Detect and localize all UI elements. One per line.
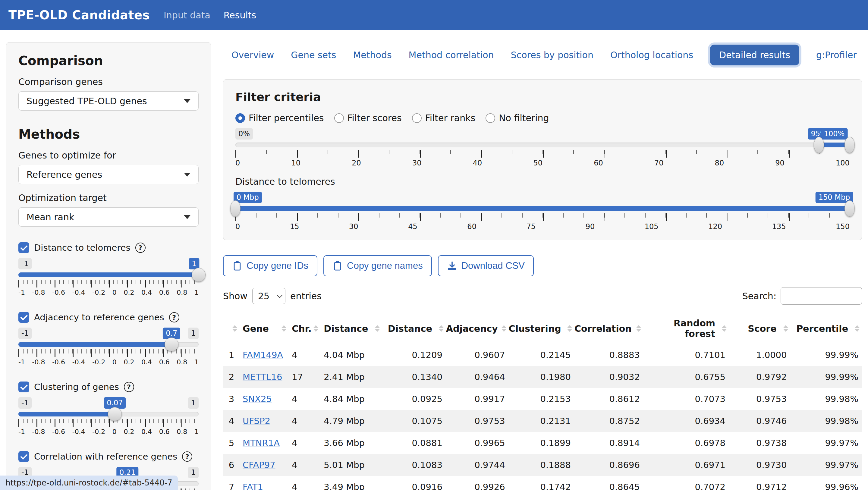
gene-link[interactable]: METTL16 xyxy=(243,372,282,382)
header-adjacency[interactable]: Adjacency xyxy=(446,313,509,344)
header-correlation[interactable]: Correlation xyxy=(575,313,644,344)
help-icon[interactable]: ? xyxy=(182,452,192,462)
clustering-cell: 0.1899 xyxy=(509,432,575,454)
gene-link[interactable]: FAM149A xyxy=(243,350,283,360)
score-cell: 0.9792 xyxy=(729,366,790,388)
slider-handle-low[interactable] xyxy=(814,137,824,153)
correlation-cell: 0.8752 xyxy=(575,410,644,432)
slider-handle[interactable] xyxy=(192,268,206,282)
header-random-forest[interactable]: Random forest xyxy=(644,313,729,344)
adjacency-cell: 0.9965 xyxy=(446,432,509,454)
checkbox-adjacency[interactable] xyxy=(19,312,29,323)
clustering-cell: 0.1742 xyxy=(509,476,575,490)
checkbox-distance-to-telomeres[interactable] xyxy=(19,242,29,253)
gene-cell: SNX25 xyxy=(240,388,289,410)
tick-label: 0 xyxy=(236,159,240,167)
radio-filter-percentiles[interactable]: Filter percentiles xyxy=(236,113,324,123)
header-percentile[interactable]: Percentile xyxy=(790,313,862,344)
header-chr[interactable]: Chr. xyxy=(289,313,321,344)
tick-label: 0.4 xyxy=(141,358,152,366)
tick-label: 150 xyxy=(836,222,849,231)
copy-gene-ids-button[interactable]: Copy gene IDs xyxy=(223,255,317,276)
tab-method-correlation[interactable]: Method correlation xyxy=(409,50,494,60)
table-row: 1 FAM149A 4 4.04 Mbp 0.1209 0.9607 0.214… xyxy=(223,344,862,366)
percentile-range-slider[interactable]: 0% 95% 100% 0102030405060708090100 xyxy=(236,128,849,167)
gene-link[interactable]: FAT1 xyxy=(243,482,263,490)
distance-range-slider[interactable]: 0 Mbp 150 Mbp 0153045607590105120135150 xyxy=(236,192,849,231)
copy-gene-names-button[interactable]: Copy gene names xyxy=(323,255,432,276)
search-input[interactable] xyxy=(781,287,862,305)
sort-icon xyxy=(567,325,572,332)
gene-link[interactable]: CFAP97 xyxy=(243,460,276,470)
gene-cell: CFAP97 xyxy=(240,454,289,476)
distance-cell: 0.1075 xyxy=(382,410,446,432)
slider-min-label: -1 xyxy=(19,397,32,409)
page-size-select[interactable]: 25 xyxy=(252,288,285,304)
tab-ortholog-locations[interactable]: Ortholog locations xyxy=(610,50,693,60)
radio-filter-scores[interactable]: Filter scores xyxy=(334,113,402,123)
header-gene[interactable]: Gene xyxy=(240,313,289,344)
comparison-genes-select[interactable]: Suggested TPE-OLD genes xyxy=(19,91,198,111)
adjacency-cell: 0.9464 xyxy=(446,366,509,388)
sort-icon xyxy=(439,325,444,332)
slider-handle-high[interactable] xyxy=(844,137,855,153)
radio-no-filtering[interactable]: No filtering xyxy=(486,113,549,123)
method-label: Clustering of genes xyxy=(34,382,119,392)
slider-handle[interactable] xyxy=(164,338,179,351)
tick-label: -1 xyxy=(19,358,25,366)
help-icon[interactable]: ? xyxy=(124,382,134,392)
gene-link[interactable]: UFSP2 xyxy=(243,416,270,426)
slider-max-label: 1 xyxy=(188,397,198,409)
header-distance[interactable]: Distance xyxy=(382,313,446,344)
download-icon xyxy=(447,261,457,271)
tab-overview[interactable]: Overview xyxy=(231,50,274,60)
nav-link-results[interactable]: Results xyxy=(224,10,256,21)
nav-links: Input data Results xyxy=(164,10,256,21)
help-icon[interactable]: ? xyxy=(169,312,179,323)
genes-to-optimize-select[interactable]: Reference genes xyxy=(19,165,198,184)
adjacency-weight-slider[interactable]: -1 1 0.7 -1-0.8-0.6-0.4-0.200.20.40.60.8… xyxy=(19,328,198,366)
slider-handle-low[interactable] xyxy=(230,201,241,217)
tab-detailed-results[interactable]: Detailed results xyxy=(710,44,799,65)
tab-scores-by-position[interactable]: Scores by position xyxy=(511,50,593,60)
header-clustering[interactable]: Clustering xyxy=(509,313,575,344)
header-index[interactable] xyxy=(223,313,240,344)
tab-gprofiler[interactable]: g:Profiler xyxy=(816,50,857,60)
chr-cell: 4 xyxy=(289,454,321,476)
random-forest-cell: 0.6971 xyxy=(644,454,729,476)
score-cell: 0.9746 xyxy=(729,410,790,432)
tick-label: -0.4 xyxy=(72,289,85,296)
clustering-weight-slider[interactable]: -1 1 0.07 -1-0.8-0.6-0.4-0.200.20.40.60.… xyxy=(19,397,198,435)
method-adjacency-row: Adjacency to reference genes ? xyxy=(19,312,198,323)
gene-link[interactable]: MTNR1A xyxy=(243,438,280,448)
sort-icon xyxy=(375,325,380,332)
tick-label: 40 xyxy=(473,159,482,167)
tick-label: 1 xyxy=(194,428,198,435)
gene-link[interactable]: SNX25 xyxy=(243,394,272,404)
adjacency-cell: 0.9607 xyxy=(446,344,509,366)
radio-filter-ranks[interactable]: Filter ranks xyxy=(412,113,475,123)
tick-label: 0.6 xyxy=(159,428,170,435)
optimization-target-select[interactable]: Mean rank xyxy=(19,207,198,226)
header-distance-mbp[interactable]: Distance xyxy=(321,313,382,344)
download-csv-button[interactable]: Download CSV xyxy=(438,255,534,276)
slider-handle-high[interactable] xyxy=(844,201,855,217)
help-icon[interactable]: ? xyxy=(135,243,146,253)
percentile-cell: 99.98% xyxy=(790,388,862,410)
checkbox-correlation[interactable] xyxy=(19,451,29,462)
score-cell: 0.9753 xyxy=(729,388,790,410)
table-row: 6 CFAP97 4 5.01 Mbp 0.1083 0.9744 0.1888… xyxy=(223,454,862,476)
clustering-cell: 0.1980 xyxy=(509,366,575,388)
percentile-cell: 99.99% xyxy=(790,366,862,388)
header-score[interactable]: Score xyxy=(729,313,790,344)
tab-methods[interactable]: Methods xyxy=(353,50,392,60)
radio-icon xyxy=(236,113,245,123)
nav-link-input-data[interactable]: Input data xyxy=(164,10,210,21)
tick-label: 105 xyxy=(645,222,658,231)
slider-handle[interactable] xyxy=(108,407,122,421)
tab-gene-sets[interactable]: Gene sets xyxy=(291,50,336,60)
method-correlation-row: Correlation with reference genes ? xyxy=(19,451,198,462)
distance-weight-slider[interactable]: -1 1 -1-0.8-0.6-0.4-0.200.20.40.60.81 xyxy=(19,258,198,296)
chr-cell: 4 xyxy=(289,344,321,366)
checkbox-clustering[interactable] xyxy=(19,381,29,392)
